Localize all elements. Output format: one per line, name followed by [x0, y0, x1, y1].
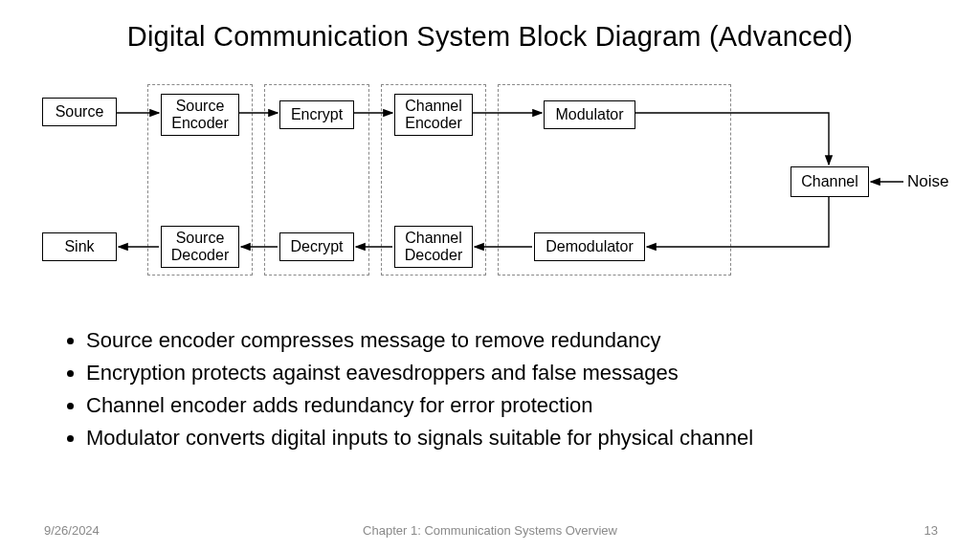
bullet-item: Source encoder compresses message to rem…: [86, 325, 753, 356]
bullet-item: Channel encoder adds redundancy for erro…: [86, 390, 753, 421]
page-title: Digital Communication System Block Diagr…: [0, 0, 980, 53]
bullet-item: Encryption protects against eavesdropper…: [86, 358, 753, 388]
diagram-arrows: [27, 84, 953, 304]
bullet-list: Source encoder compresses message to rem…: [67, 325, 753, 455]
bullet-item: Modulator converts digital inputs to sig…: [86, 423, 753, 453]
footer-page: 13: [924, 523, 938, 538]
footer-chapter: Chapter 1: Communication Systems Overvie…: [0, 523, 980, 538]
block-diagram: Source Source Encoder Encrypt Channel En…: [27, 84, 953, 304]
